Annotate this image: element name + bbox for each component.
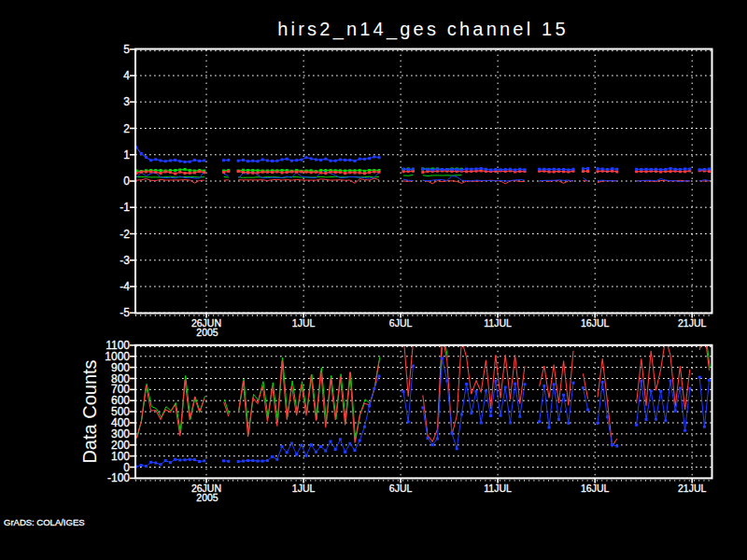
svg-text:21JUL: 21JUL (678, 483, 707, 494)
svg-text:11JUL: 11JUL (484, 317, 512, 329)
svg-text:1: 1 (123, 148, 130, 161)
svg-text:2005: 2005 (196, 327, 218, 338)
svg-text:Data Counts: Data Counts (79, 359, 100, 463)
svg-text:3: 3 (123, 95, 130, 108)
svg-text:0: 0 (123, 175, 130, 188)
svg-text:16JUL: 16JUL (581, 483, 610, 494)
svg-text:-2: -2 (120, 228, 130, 241)
svg-text:-100: -100 (107, 471, 130, 484)
svg-text:-4: -4 (120, 280, 130, 293)
svg-text:2005: 2005 (196, 492, 218, 503)
svg-text:hirs2_n14_ges channel 15: hirs2_n14_ges channel 15 (277, 19, 568, 40)
svg-text:1100: 1100 (106, 339, 130, 352)
svg-text:-3: -3 (120, 254, 130, 267)
svg-text:300: 300 (111, 427, 130, 441)
svg-text:4: 4 (123, 69, 130, 82)
svg-text:6JUL: 6JUL (389, 483, 413, 494)
svg-text:21JUL: 21JUL (678, 317, 707, 329)
svg-text:-5: -5 (120, 306, 130, 319)
svg-text:6JUL: 6JUL (389, 317, 413, 329)
svg-text:-1: -1 (120, 201, 130, 214)
svg-text:16JUL: 16JUL (581, 317, 610, 329)
svg-text:1JUL: 1JUL (292, 317, 316, 329)
svg-text:700: 700 (111, 383, 130, 396)
svg-text:GrADS: COLA/IGES: GrADS: COLA/IGES (4, 517, 85, 527)
svg-text:1JUL: 1JUL (292, 483, 316, 494)
svg-text:5: 5 (123, 43, 130, 56)
svg-text:2: 2 (123, 122, 130, 135)
svg-text:11JUL: 11JUL (484, 483, 512, 494)
